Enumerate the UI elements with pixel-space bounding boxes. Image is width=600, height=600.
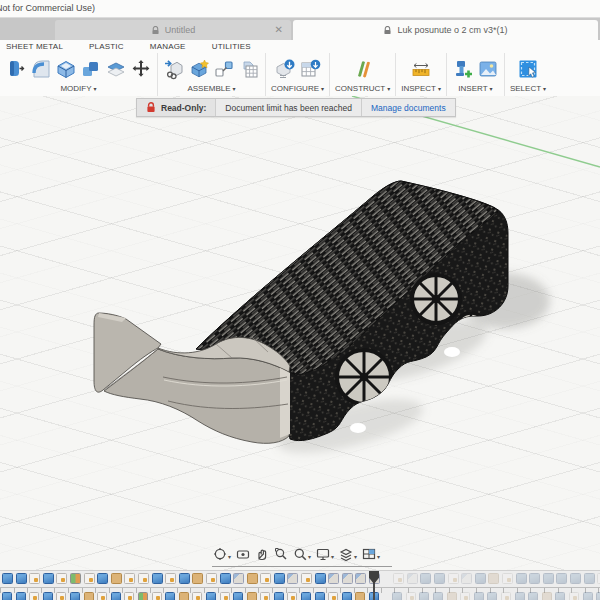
grid-layout-button[interactable]: ▾ bbox=[339, 547, 357, 565]
timeline-feature-box[interactable] bbox=[16, 592, 26, 600]
timeline-feature-box[interactable] bbox=[555, 592, 565, 600]
timeline-feature-sketch[interactable] bbox=[260, 592, 270, 600]
menu-item-utilities[interactable]: UTILITIES bbox=[212, 42, 251, 51]
timeline-feature-box[interactable] bbox=[2, 592, 12, 600]
timeline-feature-fillet[interactable] bbox=[407, 573, 418, 584]
manage-documents-link[interactable]: Manage documents bbox=[371, 103, 446, 113]
timeline-feature-box[interactable] bbox=[233, 592, 243, 600]
timeline-feature-sketch[interactable] bbox=[206, 573, 217, 584]
timeline-feature-fillet[interactable] bbox=[342, 573, 353, 584]
timeline-feature-box[interactable] bbox=[392, 592, 402, 600]
timeline-feature-fillet[interactable] bbox=[355, 573, 366, 584]
timeline-feature-box[interactable] bbox=[487, 592, 497, 600]
timeline-feature-move[interactable] bbox=[542, 592, 552, 600]
timeline-feature-box[interactable] bbox=[433, 592, 443, 600]
timeline-feature-move[interactable] bbox=[355, 592, 365, 600]
timeline-feature-move[interactable] bbox=[192, 573, 203, 584]
timeline-feature-move[interactable] bbox=[247, 573, 258, 584]
timeline-feature-plane[interactable] bbox=[70, 573, 81, 584]
dropdown-caret-icon[interactable]: ▾ bbox=[377, 553, 380, 560]
zoom-window-button[interactable] bbox=[274, 547, 288, 565]
timeline-feature-sketch[interactable] bbox=[165, 573, 176, 584]
timeline-feature-sketch[interactable] bbox=[569, 592, 579, 600]
toolbar-label-select[interactable]: SELECT▾ bbox=[510, 84, 546, 93]
select-window-icon[interactable] bbox=[517, 58, 539, 80]
timeline-feature-sketch[interactable] bbox=[502, 573, 513, 584]
timeline-feature-sketch[interactable] bbox=[287, 592, 297, 600]
timeline-feature-sketch[interactable] bbox=[152, 592, 162, 600]
timeline-feature-box[interactable] bbox=[165, 592, 175, 600]
dropdown-caret-icon[interactable]: ▾ bbox=[308, 553, 311, 560]
look-at-button[interactable] bbox=[236, 547, 250, 565]
timeline-feature-sketch[interactable] bbox=[97, 592, 107, 600]
timeline-feature-box[interactable] bbox=[434, 573, 445, 584]
orbit-button[interactable]: ▾ bbox=[213, 547, 231, 565]
toolbar-label-construct[interactable]: CONSTRUCT▾ bbox=[335, 84, 390, 93]
timeline-feature-move[interactable] bbox=[247, 592, 257, 600]
insert-component-icon[interactable] bbox=[163, 58, 185, 80]
timeline-feature-fillet[interactable] bbox=[328, 573, 339, 584]
timeline[interactable] bbox=[0, 570, 600, 600]
timeline-feature-box[interactable] bbox=[584, 573, 595, 584]
tab-untitled[interactable]: Untitled ✕ bbox=[55, 20, 291, 40]
timeline-feature-box[interactable] bbox=[179, 573, 190, 584]
timeline-feature-box[interactable] bbox=[16, 573, 27, 584]
timeline-feature-box[interactable] bbox=[43, 573, 54, 584]
timeline-feature-move[interactable] bbox=[84, 592, 94, 600]
timeline-feature-box[interactable] bbox=[570, 573, 581, 584]
pan-button[interactable] bbox=[255, 547, 269, 565]
timeline-feature-fillet[interactable] bbox=[461, 573, 472, 584]
timeline-feature-box[interactable] bbox=[342, 592, 352, 600]
timeline-feature-box[interactable] bbox=[556, 573, 567, 584]
timeline-feature-sketch[interactable] bbox=[260, 573, 271, 584]
dropdown-caret-icon[interactable]: ▾ bbox=[354, 553, 357, 560]
timeline-feature-sketch[interactable] bbox=[29, 592, 39, 600]
press-pull-icon[interactable] bbox=[5, 58, 27, 80]
timeline-feature-box[interactable] bbox=[111, 592, 121, 600]
timeline-feature-box[interactable] bbox=[516, 573, 527, 584]
timeline-feature-box[interactable] bbox=[274, 573, 285, 584]
timeline-feature-box[interactable] bbox=[420, 573, 431, 584]
configuration-icon[interactable] bbox=[274, 58, 296, 80]
joint-icon[interactable] bbox=[213, 58, 235, 80]
timeline-feature-box[interactable] bbox=[543, 573, 554, 584]
dropdown-caret-icon[interactable]: ▾ bbox=[228, 553, 231, 560]
timeline-feature-sketch[interactable] bbox=[328, 592, 338, 600]
timeline-feature-sketch[interactable] bbox=[448, 573, 459, 584]
timeline-feature-sketch[interactable] bbox=[460, 592, 470, 600]
timeline-feature-move[interactable] bbox=[447, 592, 457, 600]
viewport-3d[interactable]: Read-Only: Document limit has been reach… bbox=[0, 96, 600, 570]
close-icon[interactable]: ✕ bbox=[275, 24, 283, 36]
tab-active-document[interactable]: Luk posunute o 2 cm v3*(1) bbox=[293, 20, 598, 40]
timeline-feature-box[interactable] bbox=[2, 573, 13, 584]
timeline-feature-box[interactable] bbox=[97, 573, 108, 584]
toolbar-label-assemble[interactable]: ASSEMBLE▾ bbox=[187, 84, 235, 93]
motion-study-icon[interactable] bbox=[238, 58, 260, 80]
timeline-feature-sketch[interactable] bbox=[84, 573, 95, 584]
menu-item-plastic[interactable]: PLASTIC bbox=[89, 42, 124, 51]
timeline-feature-box[interactable] bbox=[474, 592, 484, 600]
new-component-icon[interactable] bbox=[188, 58, 210, 80]
timeline-feature-box[interactable] bbox=[529, 573, 540, 584]
timeline-feature-box[interactable] bbox=[274, 592, 284, 600]
fillet-icon[interactable] bbox=[30, 58, 52, 80]
timeline-feature-sketch[interactable] bbox=[406, 592, 416, 600]
shell-icon[interactable] bbox=[55, 58, 77, 80]
timeline-feature-fillet[interactable] bbox=[233, 573, 244, 584]
timeline-feature-box[interactable] bbox=[596, 592, 600, 600]
timeline-feature-box[interactable] bbox=[152, 573, 163, 584]
timeline-feature-fillet[interactable] bbox=[287, 573, 298, 584]
timeline-feature-move[interactable] bbox=[488, 573, 499, 584]
timeline-feature-box[interactable] bbox=[528, 592, 538, 600]
insert-derive-icon[interactable] bbox=[452, 58, 474, 80]
timeline-feature-box[interactable] bbox=[315, 592, 325, 600]
configuration-table-icon[interactable] bbox=[299, 58, 321, 80]
timeline-feature-sketch[interactable] bbox=[301, 573, 312, 584]
insert-image-icon[interactable] bbox=[477, 58, 499, 80]
timeline-feature-box[interactable] bbox=[43, 592, 53, 600]
toolbar-label-insert[interactable]: INSERT▾ bbox=[458, 84, 492, 93]
timeline-feature-box[interactable] bbox=[220, 573, 231, 584]
timeline-feature-box[interactable] bbox=[515, 592, 525, 600]
timeline-feature-sketch[interactable] bbox=[393, 573, 404, 584]
dropdown-caret-icon[interactable]: ▾ bbox=[331, 553, 334, 560]
